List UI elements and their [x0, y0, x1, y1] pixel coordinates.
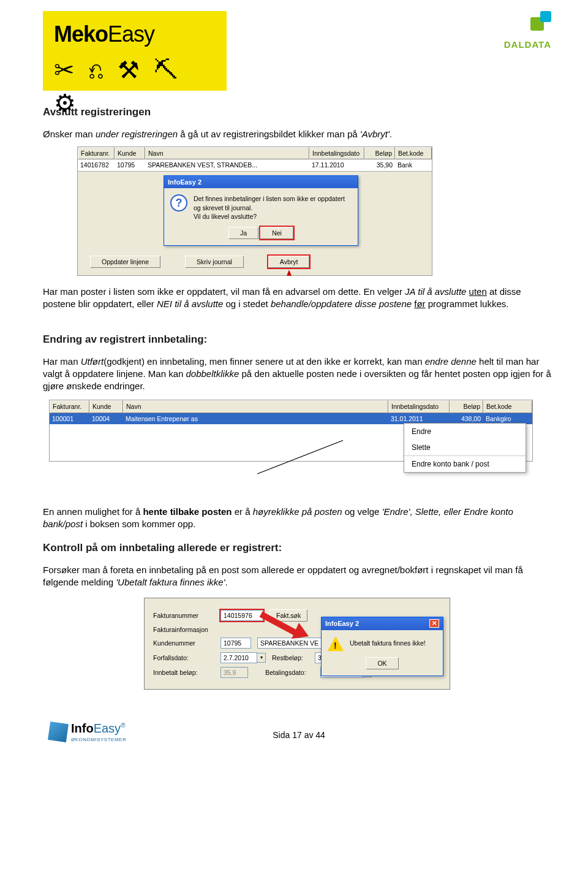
col-belop[interactable]: Beløp — [364, 147, 395, 159]
dropdown-icon[interactable]: ▾ — [257, 653, 266, 663]
label-betalingsdato: Betalingsdato: — [265, 668, 314, 677]
col-innbetalingsdato[interactable]: Innbetalingsdato — [388, 400, 450, 413]
skriv-journal-button[interactable]: Skriv journal — [185, 256, 244, 268]
screenshot-ubetalt-faktura: Fakturanummer 14015976 Fakt.søk Fakturai… — [144, 598, 450, 690]
oppdater-linjene-button[interactable]: Oppdater linjene — [90, 256, 160, 268]
svg-line-0 — [257, 424, 343, 474]
logo-text-bold: Meko — [54, 21, 108, 47]
col-navn[interactable]: Navn — [145, 147, 309, 159]
col-kunde[interactable]: Kunde — [115, 147, 145, 159]
para-endring-1: Har man Utført(godkjent) en innbetaling,… — [43, 356, 551, 393]
confirm-dialog: InfoEasy 2 ? Det finnes innbetalinger i … — [164, 175, 358, 246]
daldata-text: DALDATA — [504, 39, 551, 51]
heading-kontroll: Kontroll på om innbetaling allerede er r… — [43, 541, 551, 555]
mekoeasy-logo: MekoEasy ✂ ⎌ ⚒ ⛏ ⚙ — [43, 11, 227, 91]
infoeasy-logo: InfoEasy® ØKONOMISYSTEMER — [49, 720, 126, 744]
label-fakturainfo: Fakturainformasjon — [153, 625, 214, 634]
para-kontroll-1: Forsøker man å foreta en innbetaling på … — [43, 564, 551, 589]
menu-endre[interactable]: Endre — [404, 424, 526, 440]
col-fakturanr[interactable]: Fakturanr. — [78, 147, 115, 159]
close-icon[interactable]: ✕ — [429, 619, 439, 628]
warning-icon — [328, 636, 344, 651]
label-restbelop: Restbeløp: — [272, 653, 309, 662]
label-fakturanummer: Fakturanummer — [153, 611, 214, 620]
error-dialog: InfoEasy 2 ✕ Ubetalt faktura finnes ikke… — [321, 617, 443, 676]
dialog-titlebar: InfoEasy 2 — [164, 176, 358, 189]
para-avslutt-2: Har man poster i listen som ikke er oppd… — [43, 286, 551, 311]
dialog-message: Det finnes innbetalinger i listen som ik… — [194, 194, 352, 221]
table-row[interactable]: 14016782 10795 SPAREBANKEN VEST, STRANDE… — [78, 159, 432, 170]
heading-endring: Endring av registrert innbetaling: — [43, 333, 551, 347]
pointer-line — [98, 464, 551, 501]
logo-text-light: Easy — [108, 21, 154, 47]
dialog-message: Ubetalt faktura finnes ikke! — [350, 639, 426, 647]
page-number: Sida 17 av 44 — [126, 729, 472, 741]
nei-button[interactable]: Nei — [260, 227, 293, 239]
para-endring-2: En annen mulighet for å hente tilbake po… — [43, 506, 551, 531]
daldata-icon — [530, 11, 551, 32]
col-fakturanr[interactable]: Fakturanr. — [50, 400, 89, 413]
col-betkode[interactable]: Bet.kode — [483, 400, 532, 413]
kundenummer-input[interactable]: 10795 — [221, 638, 251, 649]
innbetalt-input: 35,9 — [221, 667, 248, 678]
daldata-logo: DALDATA — [504, 11, 551, 51]
forfallsdato-input[interactable]: 2.7.2010 — [221, 652, 257, 663]
label-innbetalt: Innbetalt beløp: — [153, 668, 214, 677]
ja-button[interactable]: Ja — [228, 227, 258, 239]
question-icon: ? — [170, 194, 187, 211]
col-belop[interactable]: Beløp — [450, 400, 483, 413]
menu-slette[interactable]: Slette — [404, 440, 526, 455]
screenshot-avbryt-dialog: Fakturanr. Kunde Navn Innbetalingsdato B… — [77, 147, 432, 276]
col-navn[interactable]: Navn — [123, 400, 388, 413]
tool-icons: ✂ ⎌ ⚒ ⛏ ⚙ — [54, 53, 216, 120]
infoeasy-icon — [48, 722, 69, 742]
col-betkode[interactable]: Bet.kode — [395, 147, 432, 159]
label-kundenummer: Kundenummer — [153, 639, 214, 647]
ok-button[interactable]: OK — [366, 657, 398, 669]
dialog-title: InfoEasy 2 — [325, 619, 359, 628]
avbryt-button[interactable]: Avbryt — [268, 256, 310, 268]
label-forfallsdato: Forfallsdato: — [153, 653, 214, 662]
col-innbetalingsdato[interactable]: Innbetalingsdato — [309, 147, 364, 159]
col-kunde[interactable]: Kunde — [89, 400, 123, 413]
para-avslutt-1: Ønsker man under registreringen å gå ut … — [43, 128, 551, 140]
red-arrow-icon — [255, 609, 310, 640]
